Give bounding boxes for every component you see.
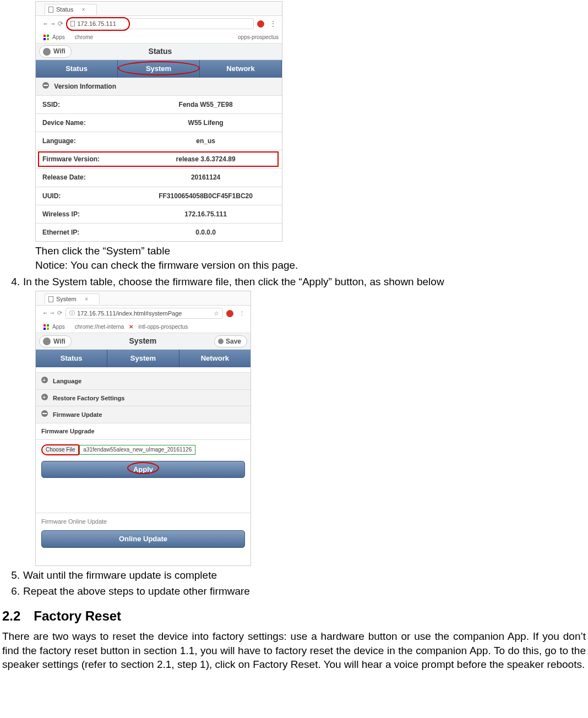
back-icon[interactable]: ← xyxy=(43,19,47,28)
tab-system[interactable]: System xyxy=(118,60,200,78)
address-bar[interactable]: ⓘ 172.16.75.111/index.html#systemPage ☆ xyxy=(66,308,223,319)
label: UUID: xyxy=(42,192,136,200)
value: 172.16.75.111 xyxy=(138,210,274,219)
save-button[interactable]: Save xyxy=(214,335,247,347)
app-header: Wifi Status xyxy=(36,43,282,60)
browser-nav-row: ← → ⟳ 172.16.75.111 ⋮ xyxy=(36,16,282,31)
accordion-title: Firmware Update xyxy=(53,411,102,419)
row-ssid: SSID: Fenda W55_7E98 xyxy=(36,96,282,114)
bookmark-apps[interactable]: Apps xyxy=(52,323,65,331)
app-tab-bar: Status System Network xyxy=(36,60,282,78)
reload-icon[interactable]: ⟳ xyxy=(58,19,63,28)
value: 0.0.0.0 xyxy=(138,228,274,237)
bookmark-apps[interactable]: Apps xyxy=(52,34,65,41)
online-update-label: Online Update xyxy=(119,535,167,543)
close-icon[interactable]: × xyxy=(85,295,88,303)
bookmark-chrome[interactable]: chrome://net-interna xyxy=(75,323,124,331)
value: release 3.6.3724.89 xyxy=(138,155,274,164)
close-icon[interactable]: × xyxy=(81,6,85,14)
back-circle-icon xyxy=(43,338,51,345)
address-url: 172.16.75.111 xyxy=(77,20,116,28)
expand-icon xyxy=(41,394,48,400)
bookmark-star-icon[interactable]: ☆ xyxy=(214,309,219,318)
page-icon xyxy=(48,296,53,302)
row-uuid: UUID: FF3100654058B0CF45F1BC20 xyxy=(36,187,282,205)
menu-icon[interactable]: ⋮ xyxy=(268,19,279,28)
check-icon xyxy=(218,339,224,344)
accordion-firmware-update[interactable]: Firmware Update xyxy=(36,406,251,423)
row-device-name: Device Name: W55 Lifeng xyxy=(36,114,282,132)
apply-button[interactable]: Apply xyxy=(41,461,245,478)
accordion-restore[interactable]: Restore Factory Settings xyxy=(36,390,251,407)
label: SSID: xyxy=(42,100,136,109)
tab-network[interactable]: Network xyxy=(200,60,282,78)
back-icon[interactable]: ← xyxy=(43,309,47,318)
accordion-version-info[interactable]: Version Information xyxy=(36,78,282,96)
address-url: 172.16.75.111/index.html#systemPage xyxy=(77,309,182,318)
save-label: Save xyxy=(226,337,241,346)
forward-icon[interactable]: → xyxy=(51,19,55,28)
apply-label: Apply xyxy=(133,465,153,474)
value: en_us xyxy=(138,137,274,145)
section-heading-factory-reset: 2.2 Factory Reset xyxy=(2,607,586,625)
row-wireless-ip: Wireless IP: 172.16.75.111 xyxy=(36,205,282,224)
value: Fenda W55_7E98 xyxy=(138,100,274,109)
tab-system[interactable]: System xyxy=(107,350,179,367)
menu-icon[interactable]: ⋮ xyxy=(237,309,247,318)
browser-tab[interactable]: Status × xyxy=(45,4,97,15)
browser-tab-bar: System × xyxy=(36,291,251,306)
row-firmware-upgrade-title: Firmware Upgrade xyxy=(36,423,251,440)
collapse-icon xyxy=(41,410,48,417)
tab-status[interactable]: Status xyxy=(36,60,118,78)
page-icon xyxy=(70,21,75,26)
accordion-title: Restore Factory Settings xyxy=(53,394,124,402)
spacer xyxy=(36,482,251,513)
accordion-title: Language xyxy=(53,377,81,385)
accordion-title: Version Information xyxy=(54,82,116,91)
adblock-icon[interactable] xyxy=(226,310,233,317)
browser-tab[interactable]: System × xyxy=(45,293,100,304)
label: Device Name: xyxy=(42,118,136,127)
accordion-language[interactable]: Language xyxy=(36,373,251,390)
caption-notice: Notice: You can check the firmware versi… xyxy=(35,258,586,273)
expand-icon xyxy=(41,377,48,383)
row-ethernet-ip: Ethernet IP: 0.0.0.0 xyxy=(36,224,282,241)
apps-icon[interactable] xyxy=(43,324,49,330)
firmware-upgrade-block: Choose File a31fendaw55alexa_new_uImage_… xyxy=(36,440,251,482)
choose-file-button[interactable]: Choose File xyxy=(41,444,79,455)
reload-icon[interactable]: ⟳ xyxy=(57,309,62,318)
step-text: Wait until the firmware update is comple… xyxy=(23,568,586,583)
tab-status[interactable]: Status xyxy=(36,350,107,367)
bookmarks-bar: Apps chrome://net-interna ✕ intl-opps-pr… xyxy=(36,321,251,333)
step-number: 6. xyxy=(2,584,23,599)
online-update-button[interactable]: Online Update xyxy=(41,530,245,548)
app-tab-bar: Status System Network xyxy=(36,350,251,367)
adblock-icon[interactable] xyxy=(257,20,264,28)
value: W55 Lifeng xyxy=(138,118,274,127)
wifi-pill[interactable]: Wifi xyxy=(39,45,72,57)
wifi-label: Wifi xyxy=(53,47,66,56)
bookmark-intl[interactable]: intl-opps-prospectus xyxy=(138,323,188,331)
choose-file-row: Choose File a31fendaw55alexa_new_uImage_… xyxy=(41,444,245,455)
app-header: Wifi System Save xyxy=(36,333,251,350)
back-circle-icon xyxy=(43,48,51,56)
wifi-pill[interactable]: Wifi xyxy=(39,335,72,347)
tab-network[interactable]: Network xyxy=(179,350,251,367)
step-6: 6. Repeat the above steps to update othe… xyxy=(2,584,586,599)
label: Firmware Version: xyxy=(42,155,136,164)
step-number: 4. xyxy=(2,275,23,289)
factory-reset-paragraph: There are two ways to reset the device i… xyxy=(2,629,586,672)
row-release-date: Release Date: 20161124 xyxy=(36,168,282,187)
wifi-label: Wifi xyxy=(53,337,66,346)
page-title: System xyxy=(72,336,214,346)
row-firmware-version: Firmware Version: release 3.6.3724.89 xyxy=(36,150,282,168)
value: 20161124 xyxy=(138,173,274,182)
step-text: In the System table, choose the firmware… xyxy=(23,275,586,289)
bookmark-prospectus[interactable]: opps-prospectus xyxy=(238,34,279,41)
step-4: 4. In the System table, choose the firmw… xyxy=(2,275,586,289)
bookmark-chrome[interactable]: chrome xyxy=(75,34,93,41)
apps-icon[interactable] xyxy=(43,35,49,40)
forward-icon[interactable]: → xyxy=(51,309,55,318)
address-bar[interactable]: 172.16.75.111 xyxy=(67,18,254,29)
label: Language: xyxy=(42,137,136,145)
